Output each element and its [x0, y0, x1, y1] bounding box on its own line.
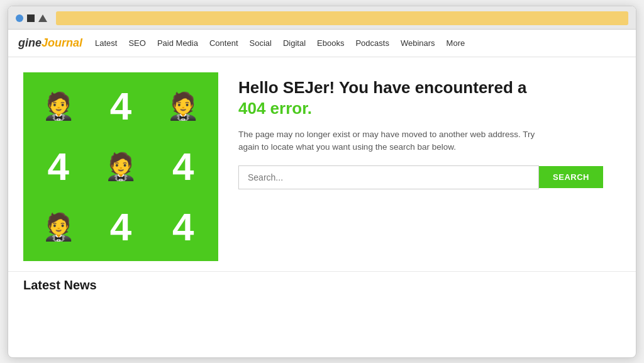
nav-item-content[interactable]: Content [209, 37, 238, 48]
logo-engine: gine [18, 36, 42, 49]
search-button[interactable]: SEARCH [539, 166, 603, 188]
nav-item-latest[interactable]: Latest [95, 37, 117, 48]
grid-cell-6: 4 [153, 138, 213, 196]
search-row: SEARCH [238, 165, 603, 189]
grid-cell-2: 4 [91, 77, 150, 135]
grid-cell-1: 🤵 [28, 77, 88, 135]
grid-cell-5: 🤵 [91, 138, 150, 196]
browser-dot-triangle[interactable] [38, 14, 47, 22]
error-text-section: Hello SEJer! You have encountered a 404 … [238, 72, 621, 189]
error-headline: Hello SEJer! You have encountered a 404 … [238, 77, 621, 120]
browser-window: gineJournal Latest SEO Paid Media Conten… [8, 6, 636, 358]
browser-chrome [8, 6, 636, 30]
error-code: 404 error. [238, 99, 312, 118]
nav-item-webinars[interactable]: Webinars [401, 37, 435, 48]
nav-item-digital[interactable]: Digital [283, 37, 306, 48]
grid-cell-8: 4 [91, 198, 150, 256]
browser-dot-square[interactable] [27, 14, 35, 22]
nav-item-ebooks[interactable]: Ebooks [317, 37, 344, 48]
latest-news-section: Latest News [8, 271, 636, 303]
error-404-image: 🤵 4 🤵 4 🤵 4 🤵 4 [23, 72, 218, 261]
site-nav: gineJournal Latest SEO Paid Media Conten… [8, 30, 636, 57]
nav-menu: Latest SEO Paid Media Content Social Dig… [95, 37, 465, 48]
grid-cell-3: 🤵 [153, 77, 213, 135]
nav-item-social[interactable]: Social [250, 37, 272, 48]
error-description: The page may no longer exist or may have… [238, 128, 553, 154]
latest-news-title: Latest News [23, 278, 621, 293]
face-icon-4: 🤵 [42, 214, 75, 240]
grid-cell-4: 4 [28, 138, 88, 196]
site-logo[interactable]: gineJournal [18, 36, 82, 50]
grid-cell-7: 🤵 [28, 198, 88, 256]
browser-dot-blue[interactable] [16, 14, 23, 22]
nav-item-seo[interactable]: SEO [128, 37, 145, 48]
nav-item-podcasts[interactable]: Podcasts [355, 37, 389, 48]
address-bar[interactable] [56, 11, 628, 25]
nav-item-more[interactable]: More [447, 37, 465, 48]
search-input[interactable] [238, 165, 539, 189]
logo-journal: Journal [42, 36, 82, 49]
nav-item-paid-media[interactable]: Paid Media [157, 37, 198, 48]
grid-cell-9: 4 [153, 198, 213, 256]
main-content: 🤵 4 🤵 4 🤵 4 🤵 4 [8, 57, 636, 271]
face-icon-1: 🤵 [42, 93, 75, 120]
face-icon-2: 🤵 [167, 93, 199, 120]
face-icon-3: 🤵 [104, 154, 137, 180]
